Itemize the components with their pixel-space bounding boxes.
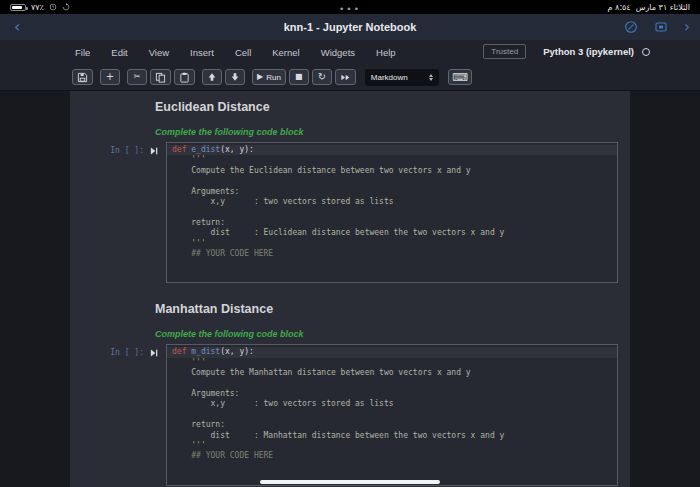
code-line: [167, 270, 617, 280]
menu-item-edit[interactable]: Edit: [111, 47, 127, 58]
code-line: Arguments:: [167, 187, 617, 197]
toolbar-group: [72, 69, 93, 85]
kernel-name: Python 3 (ipykernel): [543, 46, 634, 57]
status-left: ٧٧٪: [10, 3, 70, 12]
section-heading: Manhattan Distance: [70, 302, 630, 316]
paste-button[interactable]: [174, 69, 195, 85]
notebook-column: Euclidean Distance Complete the followin…: [70, 91, 630, 487]
stop-button[interactable]: ■: [289, 69, 309, 85]
code-line: [167, 259, 617, 269]
code-line: Arguments:: [167, 389, 617, 399]
fast-forward-button[interactable]: [335, 69, 356, 85]
code-line: def e_dist(x, y):: [167, 145, 617, 155]
code-cell: In [ ]: def m_dist(x, y): ''' Compute th…: [70, 344, 630, 485]
orientation-lock-icon: [62, 3, 70, 11]
code-line: ''': [167, 155, 617, 165]
status-date: الثلاثاء ٣١ مارس: [636, 3, 690, 12]
menu-item-help[interactable]: Help: [376, 47, 396, 58]
menu-bar: FileEditViewInsertCellKernelWidgetsHelp …: [0, 40, 700, 64]
cut-button[interactable]: ✂: [127, 69, 147, 85]
battery-percent: ٧٧٪: [31, 3, 44, 12]
run-cell-icon[interactable]: [150, 147, 158, 155]
menu-item-widgets[interactable]: Widgets: [321, 47, 355, 58]
menu-item-view[interactable]: View: [149, 47, 169, 58]
compose-icon[interactable]: [624, 20, 638, 34]
code-line: ## YOUR CODE HERE: [167, 451, 617, 461]
code-line: Compute the Euclidean distance between t…: [167, 166, 617, 176]
move-down-button[interactable]: [225, 69, 245, 85]
notebook-toolbar: +✂▶Run■↻Markdown⌨: [0, 64, 700, 90]
section-instruction: Complete the following code block: [70, 316, 630, 339]
copy-button[interactable]: [150, 69, 171, 85]
notebook-area: Euclidean Distance Complete the followin…: [0, 91, 700, 487]
status-time: ٨:٥٤ م: [608, 3, 631, 12]
code-line: return:: [167, 420, 617, 430]
status-right: ٨:٥٤ م الثلاثاء ٣١ مارس: [608, 3, 690, 12]
code-line: ''': [167, 239, 617, 249]
jupyter-header: FileEditViewInsertCellKernelWidgetsHelp …: [0, 40, 700, 91]
cell-prompt: In [ ]:: [110, 146, 144, 155]
section-instruction: Complete the following code block: [70, 114, 630, 137]
open-command-palette-button[interactable]: ⌨: [448, 69, 472, 85]
code-line: def m_dist(x, y):: [167, 347, 617, 357]
restart-button[interactable]: ↻: [312, 69, 332, 85]
home-indicator[interactable]: [260, 480, 440, 484]
back-button[interactable]: ‹: [0, 19, 34, 35]
alarm-icon: [49, 3, 57, 11]
run-cell-icon[interactable]: [150, 349, 158, 357]
notebook-section: Euclidean Distance Complete the followin…: [70, 91, 630, 283]
toolbar-group: ▶Run■↻: [252, 69, 356, 85]
multitask-indicator[interactable]: •••: [339, 5, 361, 13]
code-line: return:: [167, 218, 617, 228]
code-line: ''': [167, 358, 617, 368]
browser-toolbar: ‹ knn-1 - Jupyter Notebook ›: [0, 14, 700, 40]
cell-gutter: In [ ]:: [70, 344, 166, 485]
menu-item-insert[interactable]: Insert: [190, 47, 214, 58]
cell-prompt: In [ ]:: [110, 348, 144, 357]
code-line: [167, 176, 617, 186]
code-line: x,y : two vectors stored as lists: [167, 197, 617, 207]
code-cell: In [ ]: def e_dist(x, y): ''' Compute th…: [70, 142, 630, 283]
code-line: dist : Manhattan distance between the tw…: [167, 431, 617, 441]
menu-item-file[interactable]: File: [75, 47, 90, 58]
notebook-section: Manhattan Distance Complete the followin…: [70, 302, 630, 485]
select-arrows-icon: [429, 74, 433, 81]
code-line: ''': [167, 441, 617, 451]
menu-item-cell[interactable]: Cell: [235, 47, 251, 58]
battery-icon: [10, 4, 26, 11]
status-bar: ٧٧٪ ••• ٨:٥٤ م الثلاثاء ٣١ مارس: [0, 0, 700, 14]
cell-gutter: In [ ]:: [70, 142, 166, 283]
tabs-icon[interactable]: [654, 20, 668, 34]
code-line: [167, 410, 617, 420]
cell-type-select[interactable]: Markdown: [365, 69, 439, 86]
toolbar-group: ✂: [127, 69, 195, 85]
code-line: dist : Euclidean distance between the tw…: [167, 228, 617, 238]
kernel-group: Trusted Python 3 (ipykernel): [483, 44, 650, 59]
move-up-button[interactable]: [202, 69, 222, 85]
section-heading: Euclidean Distance: [70, 91, 630, 114]
forward-button[interactable]: ›: [684, 20, 690, 34]
code-line: Compute the Manhattan distance between t…: [167, 368, 617, 378]
code-line: [167, 207, 617, 217]
code-editor[interactable]: def m_dist(x, y): ''' Compute the Manhat…: [166, 344, 618, 485]
code-line: [167, 462, 617, 472]
save-button[interactable]: [72, 69, 93, 85]
add-cell-button[interactable]: +: [100, 69, 120, 85]
code-line: ## YOUR CODE HERE: [167, 249, 617, 259]
kernel-status-icon: [642, 48, 650, 56]
toolbar-group: +: [100, 69, 120, 85]
run-button[interactable]: ▶Run: [252, 69, 286, 85]
menu-item-kernel[interactable]: Kernel: [272, 47, 299, 58]
toolbar-group: [202, 69, 245, 85]
trusted-badge: Trusted: [483, 44, 526, 59]
code-editor[interactable]: def e_dist(x, y): ''' Compute the Euclid…: [166, 142, 618, 283]
code-line: x,y : two vectors stored as lists: [167, 399, 617, 409]
browser-actions: ›: [624, 20, 690, 34]
screen: ٧٧٪ ••• ٨:٥٤ م الثلاثاء ٣١ مارس ‹ knn-1 …: [0, 0, 700, 487]
code-line: [167, 379, 617, 389]
page-title: knn-1 - Jupyter Notebook: [284, 21, 417, 33]
